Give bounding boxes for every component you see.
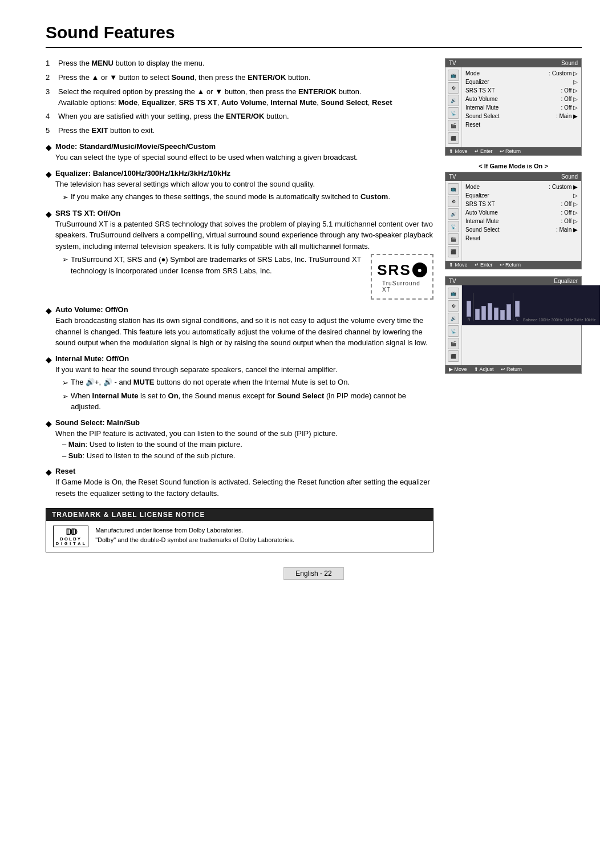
tv-icon-3: 🔊 [448,95,459,106]
page-title: Sound Features [46,23,582,48]
tv-row-mode: Mode : Custom ▷ [465,70,578,78]
tv2-row-mode: Mode : Custom ▶ [465,183,578,191]
bullet-section: ◆ Mode: Standard/Music/Movie/Speech/Cust… [46,142,433,499]
srs-note-content: TruSurround XT, SRS and (●) Symbol are t… [71,254,362,276]
im-note-1: ➢ The 🔊+, 🔊 - and MUTE buttons do not op… [55,377,433,389]
tv-icon-2-5: 🎬 [448,233,459,245]
tv-footer-return: ↩ Return [500,148,521,154]
bullet-srs-title: SRS TS XT: Off/On [55,209,120,217]
tv-label-2: TV [449,173,456,180]
tv2-row-reset: Reset [465,235,578,243]
bullet-internal-mute: ◆ Internal Mute: Off/On If you want to h… [46,354,433,413]
bullet-equalizer: ◆ Equalizer: Balance/100Hz/300Hz/1kHz/3k… [46,169,433,203]
diamond-icon-3: ◆ [46,209,52,219]
tv-label-1: TV [449,60,456,66]
tv2-row-eq-arrow: ▷ [573,192,578,200]
tv-row-im-label: Internal Mute [465,104,499,112]
diamond-icon-4: ◆ [46,306,52,315]
diamond-icon-2: ◆ [46,169,52,179]
tv2-row-ss-value: : Main ▶ [556,226,578,234]
im-note-2: ➢ When Internal Mute is set to On, the S… [55,391,433,413]
tv-footer-move: ⬆ Move [449,148,468,154]
eq-icon-6: ⬛ [448,350,459,362]
bullet-ss-title: Sound Select: Main/Sub [55,418,140,427]
eq-title-label: Equalizer [554,278,578,284]
left-column: 1 Press the MENU button to display the m… [46,58,433,552]
eq-icon-2: ⚙ [448,300,459,312]
bullet-eq-body: The television has several settings whic… [55,179,433,190]
bullet-reset-body: If Game Mode is On, the Reset Sound func… [55,477,433,499]
tv-icons-col-1: 📺 ⚙ 🔊 📡 🎬 ⬛ [445,67,462,147]
dolby-sub-text: D I G I T A L [56,542,86,546]
bullet-im-body: If you want to hear the sound through se… [55,364,433,375]
tv-footer-2: ⬆ Move ↵ Enter ↩ Return [445,261,581,269]
eq-panel-header: TV Equalizer [445,277,581,285]
tv-icon-2-4: 📡 [448,221,459,232]
bullet-mode: ◆ Mode: Standard/Music/Movie/Speech/Cust… [46,142,433,163]
eq-icons-col: 📺 ⚙ 🔊 📡 🎬 ⬛ [445,285,462,365]
dolby-text: DOLBY [60,536,82,542]
tv-row-im-value: : Off ▷ [561,104,578,112]
trademark-line-1: Manufactured under license from Dolby La… [95,526,294,535]
diamond-icon-5: ◆ [46,355,52,364]
tv-row-av-label: Auto Volume [465,95,498,103]
bullet-av-title: Auto Volume: Off/On [55,305,128,314]
step-num-4: 4 [46,111,54,122]
bullet-mode-title: Mode: Standard/Music/Movie/Speech/Custom [55,142,216,151]
tv-icons-col-2: 📺 ⚙ 🔊 📡 🎬 ⬛ [445,181,462,261]
trademark-section: TRADEMARK & LABEL LICENSE NOTICE 𝔻𝔻 DOLB… [46,508,433,552]
tv-panel-2-header: TV Sound [445,172,581,181]
step-num-2: 2 [46,72,54,83]
step-num-1: 1 [46,58,54,69]
tv-footer-1: ⬆ Move ↵ Enter ↩ Return [445,147,581,155]
tv-icon-4: 📡 [448,107,459,119]
eq-panel: TV Equalizer 📺 ⚙ 🔊 📡 🎬 ⬛ R [445,276,582,374]
sound-label-1: Sound [561,60,578,66]
steps-section: 1 Press the MENU button to display the m… [46,58,433,136]
arrow-icon-3: ➢ [62,378,68,389]
bullet-ss-body: When the PIP feature is activated, you c… [55,428,433,439]
step-num-3: 3 [46,87,54,108]
diamond-icon-6: ◆ [46,419,52,428]
step-content-2: Press the ▲ or ▼ button to select Sound,… [58,72,433,83]
tv2-row-ss-label: Sound Select [465,226,500,234]
eq-icon-4: 📡 [448,325,459,337]
tv-row-srs-value: : Off ▷ [561,87,578,95]
eq-footer-move: ▶ Move [449,366,467,372]
tv-panel-2-body: 📺 ⚙ 🔊 📡 🎬 ⬛ Mode : Custom ▶ Equalizer ▷ [445,181,581,261]
tv-row-ss-value: : Main ▶ [556,112,578,120]
tv-panel-1: TV Sound 📺 ⚙ 🔊 📡 🎬 ⬛ Mode : Custom ▷ [445,58,582,156]
im-note-2-text: When Internal Mute is set to On, the Sou… [71,391,433,413]
bullet-auto-volume: ◆ Auto Volume: Off/On Each broadcasting … [46,305,433,349]
tv-icon-6: ⬛ [448,132,459,144]
page-footer: English - 22 [46,570,582,578]
bullet-im-title: Internal Mute: Off/On [55,354,129,363]
diamond-icon-7: ◆ [46,467,52,477]
tv-footer-2-move: ⬆ Move [449,262,468,268]
srs-circle-icon: ● [412,263,427,277]
step-content-1: Press the MENU button to display the men… [58,58,433,69]
tv-row-av-value: : Off ▷ [561,95,578,103]
tv2-row-eq-label: Equalizer [465,192,489,200]
tv2-row-mode-value: : Custom ▶ [549,183,578,191]
step-content-5: Press the EXIT button to exit. [58,126,433,136]
step-content-3: Select the required option by pressing t… [58,87,433,108]
step-content-4: When you are satisfied with your setting… [58,111,433,122]
trademark-line-2: "Dolby" and the double-D symbol are trad… [95,535,294,545]
tv2-row-im-label: Internal Mute [465,217,499,225]
tv-panel-1-body: 📺 ⚙ 🔊 📡 🎬 ⬛ Mode : Custom ▷ Equalizer ▷ [445,67,581,147]
tv-icon-2-3: 🔊 [448,208,459,220]
right-column: TV Sound 📺 ⚙ 🔊 📡 🎬 ⬛ Mode : Custom ▷ [445,58,582,552]
eq-footer-return: ↩ Return [501,366,522,372]
trademark-body: 𝔻𝔻 DOLBY D I G I T A L Manufactured unde… [46,521,433,552]
diamond-icon: ◆ [46,143,52,152]
step-2: 2 Press the ▲ or ▼ button to select Soun… [46,72,433,83]
tv-row-reset-label: Reset [465,121,480,129]
eq-body: 📺 ⚙ 🔊 📡 🎬 ⬛ R [445,285,581,365]
step-num-5: 5 [46,126,54,136]
tv2-row-av: Auto Volume : Off ▷ [465,209,578,217]
arrow-icon-2: ➢ [62,254,68,265]
tv-row-soundsel: Sound Select : Main ▶ [465,112,578,120]
srs-note-text: ➢ TruSurround XT, SRS and (●) Symbol are… [62,254,362,276]
srs-sub-text: TruSurround XT [382,280,422,293]
